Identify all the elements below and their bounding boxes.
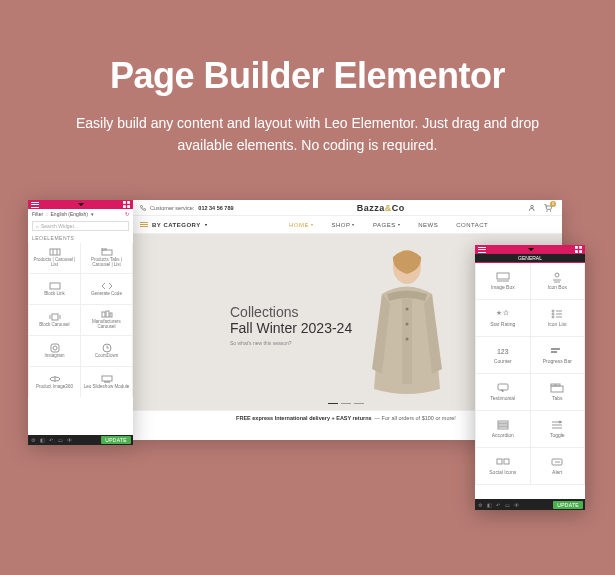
lang-select[interactable]: English (English) [51, 211, 89, 217]
chevron-down-icon: ▾ [205, 222, 208, 227]
history-icon[interactable]: ↶ [495, 502, 501, 508]
svg-rect-57 [551, 384, 555, 386]
svg-rect-60 [498, 424, 508, 426]
phone-icon [140, 205, 146, 211]
svg-marker-44 [496, 310, 501, 315]
nav-news[interactable]: NEWS [418, 222, 438, 228]
widget-instagram[interactable]: Instagram [29, 336, 80, 366]
grid-icon[interactable] [123, 201, 130, 208]
elementor-panel-left: Filter: English (English) ▾ ↻ ⌕ Search W… [28, 200, 133, 445]
toggle-icon [550, 420, 564, 430]
widget-manufacturers[interactable]: Manufacturers Carousel [81, 305, 132, 335]
svg-marker-45 [503, 310, 508, 315]
svg-rect-23 [110, 313, 112, 317]
widget-image360[interactable]: Product Image360 [29, 367, 80, 397]
panel-header [28, 200, 133, 209]
settings-icon[interactable]: ⚙ [30, 437, 36, 443]
chevron-down-icon: ▾ [352, 222, 355, 227]
svg-point-5 [406, 308, 409, 311]
list-icon [550, 309, 564, 319]
svg-rect-18 [52, 314, 58, 320]
dropdown-icon[interactable] [528, 248, 534, 251]
svg-rect-31 [102, 376, 112, 381]
slide-indicators[interactable] [328, 403, 364, 404]
svg-rect-4 [402, 299, 412, 384]
grid-icon[interactable] [575, 246, 582, 253]
widget-testimonial[interactable]: Testimonial [476, 374, 530, 410]
widget-counter[interactable]: 123Counter [476, 337, 530, 373]
user-icon[interactable] [528, 204, 536, 212]
cart-badge: 0 [550, 201, 556, 207]
menu-icon[interactable] [478, 247, 486, 253]
svg-rect-21 [102, 312, 105, 317]
nav-shop[interactable]: SHOP▾ [331, 222, 355, 228]
preview-icon[interactable]: 👁 [513, 502, 519, 508]
panel-tabs: GENERAL [475, 254, 585, 262]
navigator-icon[interactable]: ◧ [39, 437, 45, 443]
counter-icon: 123 [496, 346, 510, 356]
navigator-icon[interactable]: ◧ [486, 502, 492, 508]
slideshow-icon [101, 375, 113, 383]
page-title: Page Builder Elementor [0, 0, 615, 97]
svg-point-46 [552, 310, 554, 312]
widget-block-link[interactable]: Block Link [29, 274, 80, 304]
cart-icon[interactable]: 0 [544, 204, 552, 212]
svg-rect-15 [102, 250, 112, 255]
menu-icon[interactable] [31, 202, 39, 208]
widget-image-box[interactable]: Image Box [476, 263, 530, 299]
svg-point-50 [552, 316, 554, 318]
accordion-icon [496, 420, 510, 430]
widget-slideshow[interactable]: Leo Slideshow Module [81, 367, 132, 397]
widget-block-carousel[interactable]: Block Carousel [29, 305, 80, 335]
svg-rect-36 [579, 246, 582, 249]
widget-alert[interactable]: Alert [531, 448, 585, 484]
widget-accordion[interactable]: Accordion [476, 411, 530, 447]
widget-icon-list[interactable]: Icon List [531, 300, 585, 336]
site-nav: BY CATEGORY ▾ HOME▾ SHOP▾ PAGES▾ NEWS CO… [130, 216, 562, 234]
tabs-icon [101, 248, 113, 256]
widget-tabs[interactable]: Tabs [531, 374, 585, 410]
alert-icon [550, 457, 564, 467]
widget-star-rating[interactable]: Star Rating [476, 300, 530, 336]
history-icon[interactable]: ↶ [48, 437, 54, 443]
site-logo[interactable]: Bazza&Co [357, 203, 405, 213]
widget-products[interactable]: Products | Carousel | List [29, 243, 80, 273]
widget-icon-box[interactable]: Icon Box [531, 263, 585, 299]
svg-rect-8 [123, 201, 126, 204]
sync-icon[interactable]: ↻ [125, 211, 129, 217]
hero-line1: Collections [230, 304, 352, 320]
update-button[interactable]: UPDATE [553, 501, 583, 509]
panel-footer: ⚙ ◧ ↶ ▭ 👁 UPDATE [475, 499, 585, 510]
svg-point-41 [555, 273, 559, 277]
preview-icon[interactable]: 👁 [66, 437, 72, 443]
responsive-icon[interactable]: ▭ [504, 502, 510, 508]
widget-social-icons[interactable]: Social Icons [476, 448, 530, 484]
elementor-panel-right: GENERAL Image Box Icon Box Star Rating I… [475, 245, 585, 510]
svg-rect-16 [102, 248, 106, 250]
dropdown-icon[interactable] [78, 203, 84, 206]
svg-point-34 [108, 381, 109, 382]
chevron-down-icon: ▾ [398, 222, 401, 227]
page-subtitle: Easily build any content and layout with… [0, 97, 615, 157]
search-input[interactable]: ⌕ Search Widget... [32, 221, 129, 231]
tab-general[interactable]: GENERAL [475, 254, 585, 263]
nav-home[interactable]: HOME▾ [289, 222, 314, 228]
hero-line3: So what's new this season? [230, 340, 352, 346]
svg-rect-22 [106, 311, 109, 317]
widget-generate-code[interactable]: Generate Code [81, 274, 132, 304]
responsive-icon[interactable]: ▭ [57, 437, 63, 443]
chevron-down-icon: ▾ [311, 222, 314, 227]
widget-countdown[interactable]: CountDown [81, 336, 132, 366]
nav-pages[interactable]: PAGES▾ [373, 222, 400, 228]
svg-rect-54 [498, 384, 508, 390]
settings-icon[interactable]: ⚙ [477, 502, 483, 508]
nav-contact[interactable]: CONTACT [456, 222, 488, 228]
nav-category-button[interactable]: BY CATEGORY ▾ [140, 222, 207, 228]
widget-toggle[interactable]: Toggle [531, 411, 585, 447]
widget-products-tabs[interactable]: Products Tabs | Carousel | List [81, 243, 132, 273]
instagram-icon [49, 344, 61, 352]
update-button[interactable]: UPDATE [101, 436, 131, 444]
customer-service-phone: 012 34 56 789 [198, 205, 233, 211]
svg-rect-9 [127, 201, 130, 204]
widget-progress-bar[interactable]: Progress Bar [531, 337, 585, 373]
